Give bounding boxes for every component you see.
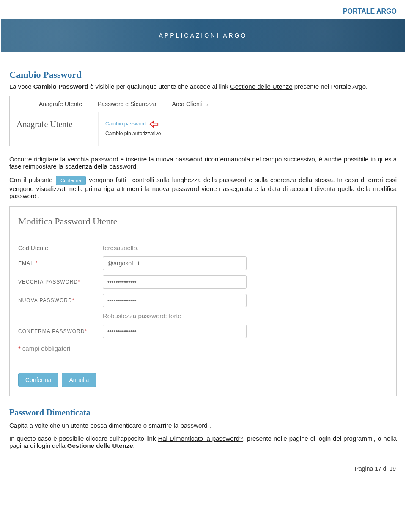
tab-area-clienti[interactable]: Area Clienti <box>164 96 218 112</box>
label-new-password: NUOVA PASSWORD* <box>18 297 103 303</box>
required-star: * <box>78 279 80 285</box>
old-password-field[interactable] <box>103 275 247 289</box>
password-strength: Robustezza password: forte <box>10 310 396 322</box>
tabs-row: Anagrafe Utente Password e Sicurezza Are… <box>10 96 238 112</box>
required-star: * <box>85 328 87 334</box>
paragraph-dimenticata-2: In questo caso è possibile cliccare sull… <box>9 435 397 449</box>
left-panel-title: Anagrafe Utente <box>10 112 99 146</box>
paragraph-pulsante: Con il pulsante Conferma vengono fatti i… <box>9 176 397 199</box>
external-link-icon <box>205 101 210 106</box>
arrow-left-icon <box>149 120 159 128</box>
required-note: *campi obbligatori <box>10 341 396 356</box>
required-star: * <box>72 297 75 303</box>
tab-password-sicurezza[interactable]: Password e Sicurezza <box>90 96 165 112</box>
inline-conferma-button[interactable]: Conferma <box>56 176 85 185</box>
email-field[interactable] <box>103 256 247 270</box>
confirm-password-field[interactable] <box>103 325 247 338</box>
divider <box>17 234 389 234</box>
required-star: * <box>36 260 38 266</box>
portal-title: PORTALE ARGO <box>343 8 397 15</box>
banner-image: APPLICAZIONI ARGO <box>1 19 405 52</box>
banner-text: APPLICAZIONI ARGO <box>159 32 247 39</box>
submenu-cambio-pin[interactable]: Cambio pin autorizzativo <box>105 129 161 139</box>
section-title-password-dimenticata: Password Dimenticata <box>9 408 397 417</box>
label-email: EMAIL* <box>18 260 103 266</box>
paragraph-redigit: Occorre ridigitare la vecchia password e… <box>9 156 397 170</box>
page-header: PORTALE ARGO <box>0 0 406 19</box>
label-confirm-password: CONFERMA PASSWORD* <box>18 328 103 334</box>
form-screenshot: Modifica Password Utente Cod.Utente tere… <box>9 206 397 396</box>
tab-anagrafe-utente[interactable]: Anagrafe Utente <box>31 96 90 112</box>
label-old-password: VECCHIA PASSWORD* <box>18 279 103 285</box>
tabs-screenshot: Anagrafe Utente Password e Sicurezza Are… <box>9 96 238 146</box>
label-cod-utente: Cod.Utente <box>18 245 103 251</box>
conferma-button[interactable]: Conferma <box>18 373 58 387</box>
new-password-field[interactable] <box>103 294 247 307</box>
page-footer: Pagina 17 di 19 <box>0 455 406 480</box>
section-title-cambio-password: Cambio Password <box>9 69 397 80</box>
link-hai-dimenticato[interactable]: Hai Dimenticato la password? <box>158 435 243 442</box>
divider <box>17 360 389 360</box>
bold-gestione-utenze: Gestione delle Utenze. <box>67 442 135 449</box>
link-gestione-utenze[interactable]: Gestione delle Utenze <box>230 83 293 90</box>
paragraph-dimenticata-1: Capita a volte che un utente possa dimen… <box>9 422 397 429</box>
annulla-button[interactable]: Annulla <box>62 373 96 387</box>
intro-paragraph: La voce Cambio Password è visibile per q… <box>9 83 397 90</box>
submenu-cambio-password[interactable]: Cambio password <box>105 119 146 129</box>
value-cod-utente: teresa.aiello. <box>103 244 139 251</box>
form-title: Modifica Password Utente <box>10 207 396 230</box>
intro-bold: Cambio Password <box>33 83 88 90</box>
